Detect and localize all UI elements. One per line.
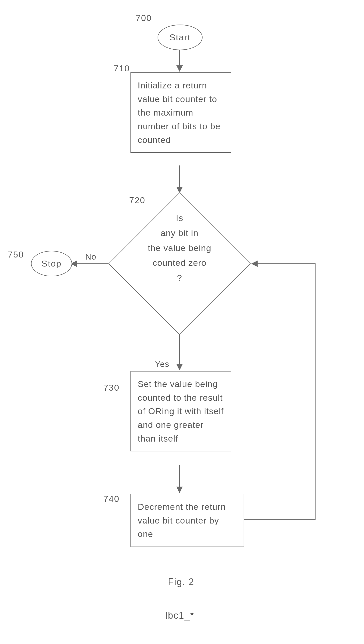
edge-label-yes: Yes — [155, 359, 169, 369]
ref-750: 750 — [8, 249, 24, 260]
figure-caption: Fig. 2 — [168, 577, 194, 587]
figure-subcaption: lbc1_* — [165, 610, 194, 621]
stop-terminator: Stop — [31, 251, 72, 276]
start-terminator: Start — [158, 25, 203, 50]
ref-740: 740 — [103, 494, 120, 504]
ref-710: 710 — [114, 63, 130, 73]
decision-720-text: Is any bit in the value being counted ze… — [125, 211, 234, 285]
flowchart-canvas: 700 Start 710 Initialize a return value … — [0, 0, 364, 644]
process-740: Decrement the return value bit counter b… — [130, 494, 244, 547]
ref-730: 730 — [103, 383, 120, 393]
process-710-text: Initialize a return value bit counter to… — [138, 80, 221, 145]
start-label: Start — [169, 32, 191, 42]
process-730: Set the value being counted to the resul… — [130, 371, 231, 451]
stop-label: Stop — [42, 259, 62, 269]
process-740-text: Decrement the return value bit counter b… — [138, 502, 226, 539]
edge-label-no: No — [85, 252, 96, 262]
decision-720: Is any bit in the value being counted ze… — [109, 193, 251, 335]
ref-700: 700 — [136, 13, 152, 23]
process-730-text: Set the value being counted to the resul… — [138, 379, 224, 443]
process-710: Initialize a return value bit counter to… — [130, 72, 231, 153]
